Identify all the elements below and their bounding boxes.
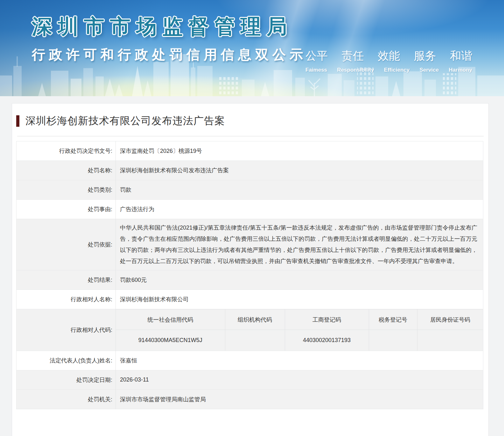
title-accent-marker <box>16 115 19 127</box>
content-card: 深圳杉海创新技术有限公司发布违法广告案 行政处罚决定书文号: 深市监南处罚〔20… <box>12 103 489 436</box>
field-value: 深圳杉海创新技术有限公司发布违法广告案 <box>116 161 483 180</box>
case-title-row: 深圳杉海创新技术有限公司发布违法广告案 <box>12 104 488 128</box>
field-label: 行政相对人代码: <box>17 309 116 351</box>
slogan-word-en: Faimess <box>305 67 327 73</box>
field-value: 罚款 <box>116 180 483 200</box>
party-code-cell: 统一社会信用代码 组织机构代码 工商登记码 税务登记号 居民身份证号码 9144… <box>116 309 483 351</box>
field-value: 张嘉恒 <box>116 351 483 370</box>
code-column-header: 统一社会信用代码 <box>116 310 225 330</box>
field-label: 处罚机关: <box>17 390 116 409</box>
field-value: 深圳市市场监督管理局南山监管局 <box>116 390 483 409</box>
field-value: 深市监南处罚〔2026〕桃源19号 <box>116 141 483 161</box>
row-penalty-category: 处罚类别: 罚款 <box>17 180 483 200</box>
row-penalty-reason: 处罚事由: 广告违法行为 <box>17 200 483 219</box>
code-column-header: 组织机构代码 <box>225 310 285 330</box>
slogan-word: 服务 <box>414 48 436 63</box>
party-code-header-row: 统一社会信用代码 组织机构代码 工商登记码 税务登记号 居民身份证号码 <box>116 310 483 330</box>
page: 深圳市市场监督管理局 行政许可和行政处罚信用信息双公示 公平 责任 效能 服务 … <box>0 0 504 436</box>
field-label: 处罚依据: <box>17 219 116 270</box>
field-value: 2026-03-11 <box>116 370 483 390</box>
code-column-header: 税务登记号 <box>369 310 417 330</box>
field-label: 处罚事由: <box>17 200 116 219</box>
row-penalty-basis: 处罚依据: 中华人民共和国广告法(2021修正)/第五章法律责任/第五十五条/第… <box>17 219 483 270</box>
slogan-word: 效能 <box>378 48 400 63</box>
row-party-name: 行政相对人名称: 深圳杉海创新技术有限公司 <box>17 290 483 309</box>
penalty-detail-table: 行政处罚决定书文号: 深市监南处罚〔2026〕桃源19号 处罚名称: 深圳杉海创… <box>16 141 483 409</box>
code-value: 440300200137193 <box>285 330 369 351</box>
org-name-title: 深圳市市场监督管理局 <box>32 13 293 40</box>
slogan-word-en: Harmony <box>449 67 472 73</box>
field-label: 行政相对人名称: <box>17 290 116 309</box>
slogan-word-en: Service <box>419 67 439 73</box>
field-label: 处罚决定日期: <box>17 370 116 390</box>
code-value <box>417 330 483 351</box>
field-label: 处罚名称: <box>17 161 116 180</box>
slogan-word-en: Responsibility <box>337 67 374 73</box>
slogan-word: 公平 <box>305 48 328 63</box>
field-label: 处罚类别: <box>17 180 116 200</box>
slogan-word: 和谐 <box>450 48 472 63</box>
row-party-codes: 行政相对人代码: 统一社会信用代码 组织机构代码 工商登记码 税务登记号 居民身… <box>17 309 483 351</box>
slogan-english: Faimess Responsibility Efficiency Servic… <box>305 67 472 73</box>
banner-subtitle: 行政许可和行政处罚信用信息双公示 <box>32 46 307 64</box>
field-label: 法定代表人(负责人)姓名: <box>17 351 116 370</box>
code-value <box>369 330 417 351</box>
code-column-header: 工商登记码 <box>285 310 369 330</box>
code-column-header: 居民身份证号码 <box>417 310 483 330</box>
code-value: 91440300MA5ECN1W5J <box>116 330 225 351</box>
site-banner: 深圳市市场监督管理局 行政许可和行政处罚信用信息双公示 公平 责任 效能 服务 … <box>0 0 504 96</box>
row-penalty-authority: 处罚机关: 深圳市市场监督管理局南山监管局 <box>17 390 483 409</box>
slogan-chinese: 公平 责任 效能 服务 和谐 <box>305 48 472 63</box>
field-value: 广告违法行为 <box>116 200 483 219</box>
field-label: 处罚结果: <box>17 270 116 290</box>
field-value: 深圳杉海创新技术有限公司 <box>116 290 483 309</box>
party-code-value-row: 91440300MA5ECN1W5J 440300200137193 <box>116 330 483 351</box>
slogan-block: 公平 责任 效能 服务 和谐 Faimess Responsibility Ef… <box>305 48 472 73</box>
title-divider <box>17 136 484 136</box>
row-penalty-name: 处罚名称: 深圳杉海创新技术有限公司发布违法广告案 <box>17 161 483 180</box>
slogan-word-en: Efficiency <box>384 67 410 73</box>
slogan-word: 责任 <box>342 48 364 63</box>
page-title: 深圳杉海创新技术有限公司发布违法广告案 <box>25 114 225 128</box>
code-value <box>225 330 285 351</box>
row-decision-doc-number: 行政处罚决定书文号: 深市监南处罚〔2026〕桃源19号 <box>17 141 483 161</box>
field-value: 中华人民共和国广告法(2021修正)/第五章法律责任/第五十五条/第一款违反本法… <box>116 219 483 270</box>
row-decision-date: 处罚决定日期: 2026-03-11 <box>17 370 483 390</box>
party-code-table: 统一社会信用代码 组织机构代码 工商登记码 税务登记号 居民身份证号码 9144… <box>116 309 483 351</box>
row-legal-representative: 法定代表人(负责人)姓名: 张嘉恒 <box>17 351 483 370</box>
row-penalty-result: 处罚结果: 罚款600元 <box>17 270 483 290</box>
field-value: 罚款600元 <box>116 270 483 290</box>
field-label: 行政处罚决定书文号: <box>17 141 116 161</box>
